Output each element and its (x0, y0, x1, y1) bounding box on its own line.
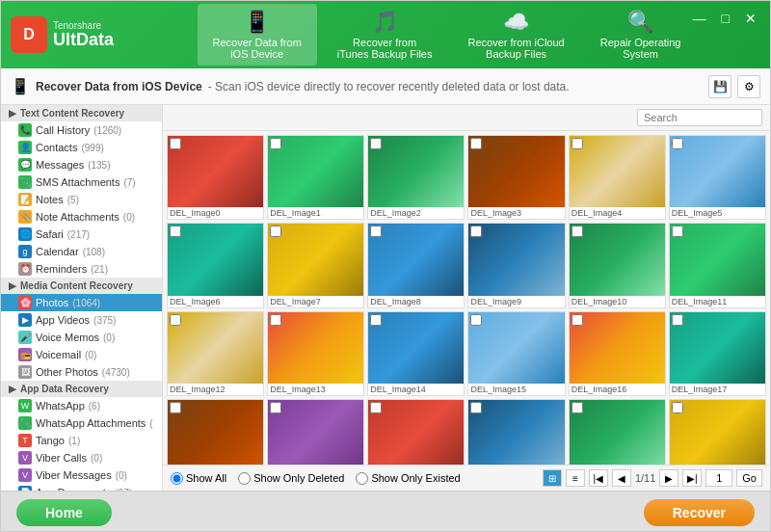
photo-item-1[interactable]: DEL_Image1 (267, 135, 364, 220)
photo-checkbox-0[interactable] (170, 138, 181, 149)
filter-show-existed[interactable]: Show Only Existed (356, 472, 460, 485)
viber_calls-count: (0) (91, 453, 102, 464)
photo-item-20[interactable]: DEL_Image20 (367, 399, 465, 465)
photo-checkbox-4[interactable] (572, 138, 583, 149)
photo-checkbox-17[interactable] (672, 314, 683, 326)
sidebar-item-other_photos[interactable]: 🖼Other Photos(4730) (1, 363, 162, 381)
sidebar-item-app_documents[interactable]: 📄App Documents(67) (1, 484, 162, 491)
sidebar-item-voice_memos[interactable]: 🎤Voice Memos(0) (1, 329, 162, 346)
sidebar-item-safari[interactable]: 🌐Safari(217) (1, 226, 162, 243)
page-number-input[interactable] (705, 469, 732, 487)
photo-item-14[interactable]: DEL_Image14 (367, 311, 465, 396)
photo-checkbox-1[interactable] (270, 138, 281, 149)
sidebar-item-photos[interactable]: 🌸Photos(1064) (1, 294, 162, 311)
sidebar-item-whatsapp_att[interactable]: 📎WhatsApp Attachments( (1, 414, 162, 432)
maximize-button[interactable]: □ (718, 9, 733, 28)
sidebar-item-viber_messages[interactable]: VViber Messages(0) (1, 466, 162, 484)
photo-checkbox-23[interactable] (672, 402, 683, 413)
home-button[interactable]: Home (16, 499, 112, 526)
sidebar-item-voicemail[interactable]: 📻Voicemail(0) (1, 346, 162, 363)
nav-tab-repair[interactable]: 🔍Repair OperatingSystem (585, 4, 697, 66)
photo-checkbox-14[interactable] (370, 314, 382, 326)
photo-item-0[interactable]: DEL_Image0 (167, 135, 264, 220)
photo-item-13[interactable]: DEL_Image13 (267, 311, 364, 396)
photo-checkbox-5[interactable] (672, 138, 683, 149)
call_history-label: Call History (36, 124, 90, 136)
minimize-button[interactable]: — (689, 9, 710, 28)
photo-item-8[interactable]: DEL_Image8 (367, 223, 465, 307)
grid-view-button[interactable]: ⊞ (543, 469, 562, 487)
photo-item-16[interactable]: DEL_Image16 (569, 311, 666, 396)
sidebar-item-notes[interactable]: 📝Notes(5) (1, 191, 162, 208)
photo-checkbox-13[interactable] (270, 314, 281, 326)
contacts-label: Contacts (36, 142, 77, 153)
photo-item-4[interactable]: DEL_Image4 (569, 135, 666, 220)
next-page-button[interactable]: ▶ (659, 469, 678, 487)
close-button[interactable]: ✕ (741, 9, 760, 28)
search-input[interactable] (637, 109, 762, 126)
photo-checkbox-3[interactable] (470, 138, 482, 149)
photo-checkbox-9[interactable] (470, 226, 482, 237)
photo-item-7[interactable]: DEL_Image7 (267, 223, 364, 307)
sidebar-item-call_history[interactable]: 📞Call History(1260) (1, 121, 162, 139)
photo-checkbox-20[interactable] (370, 402, 382, 413)
photo-item-12[interactable]: DEL_Image12 (167, 311, 264, 396)
sidebar-item-app_videos[interactable]: ▶App Videos(375) (1, 311, 162, 329)
nav-tab-itunes[interactable]: 🎵Recover fromiTunes Backup Files (322, 4, 448, 66)
sidebar-item-messages[interactable]: 💬Messages(135) (1, 156, 162, 173)
app_documents-label: App Documents (36, 487, 111, 491)
list-view-button[interactable]: ≡ (566, 469, 585, 487)
photo-checkbox-6[interactable] (170, 226, 181, 237)
photo-checkbox-10[interactable] (572, 226, 583, 237)
photo-checkbox-19[interactable] (270, 402, 281, 413)
photo-checkbox-2[interactable] (370, 138, 382, 149)
photo-item-6[interactable]: DEL_Image6 (167, 223, 264, 307)
photo-item-15[interactable]: DEL_Image15 (467, 311, 565, 396)
photo-item-18[interactable]: DEL_Image18 (167, 399, 264, 465)
go-button[interactable]: Go (736, 469, 762, 487)
photo-item-2[interactable]: DEL_Image2 (367, 135, 465, 220)
sidebar-item-calendar[interactable]: gCalendar(108) (1, 243, 162, 260)
sidebar-item-note_attachments[interactable]: 📎Note Attachments(0) (1, 208, 162, 226)
photo-item-17[interactable]: DEL_Image17 (669, 311, 766, 396)
nav-tab-icloud[interactable]: ☁️Recover from iCloudBackup Files (452, 4, 579, 66)
photo-checkbox-16[interactable] (572, 314, 583, 326)
sidebar-item-viber_calls[interactable]: VViber Calls(0) (1, 449, 162, 466)
sidebar-item-reminders[interactable]: ⏰Reminders(21) (1, 260, 162, 278)
photo-thumb-0 (168, 136, 263, 207)
recover-button[interactable]: Recover (644, 499, 755, 526)
photo-item-5[interactable]: DEL_Image5 (669, 135, 766, 220)
sidebar-item-sms_attachments[interactable]: 📎SMS Attachments(7) (1, 173, 162, 191)
photo-checkbox-11[interactable] (672, 226, 683, 237)
save-button[interactable]: 💾 (708, 75, 731, 98)
sub-header-desc: - Scan iOS device directly to recover re… (208, 80, 570, 93)
photo-item-3[interactable]: DEL_Image3 (467, 135, 565, 220)
nav-tab-ios[interactable]: 📱Recover Data fromiOS Device (198, 4, 317, 66)
photo-item-23[interactable]: DEL_Image23 (669, 399, 766, 465)
photo-label-6: DEL_Image6 (168, 296, 263, 307)
photo-item-10[interactable]: DEL_Image10 (569, 223, 666, 307)
photo-item-22[interactable]: DEL_Image22 (569, 399, 666, 465)
photo-checkbox-12[interactable] (170, 314, 181, 326)
filter-show-deleted[interactable]: Show Only Deleted (238, 472, 344, 485)
photo-item-9[interactable]: DEL_Image9 (467, 223, 565, 307)
photo-item-21[interactable]: DEL_Image21 (467, 399, 565, 465)
photo-checkbox-22[interactable] (572, 402, 583, 413)
photo-checkbox-18[interactable] (170, 402, 181, 413)
sidebar-item-contacts[interactable]: 👤Contacts(999) (1, 139, 162, 156)
sidebar-item-tango[interactable]: TTango(1) (1, 432, 162, 449)
first-page-button[interactable]: |◀ (589, 469, 608, 487)
last-page-button[interactable]: ▶| (682, 469, 702, 487)
photo-checkbox-7[interactable] (270, 226, 281, 237)
photo-checkbox-15[interactable] (470, 314, 482, 326)
photo-item-19[interactable]: DEL_Image19 (267, 399, 364, 465)
photo-checkbox-8[interactable] (370, 226, 382, 237)
itunes-tab-icon: 🎵 (372, 10, 398, 35)
prev-page-button[interactable]: ◀ (612, 469, 631, 487)
settings-button[interactable]: ⚙ (737, 75, 760, 98)
filter-show-all[interactable]: Show All (171, 472, 226, 485)
photo-checkbox-21[interactable] (470, 402, 482, 413)
photo-item-11[interactable]: DEL_Image11 (669, 223, 766, 307)
sms_attachments-icon: 📎 (18, 175, 32, 189)
sidebar-item-whatsapp[interactable]: WWhatsApp(6) (1, 397, 162, 414)
